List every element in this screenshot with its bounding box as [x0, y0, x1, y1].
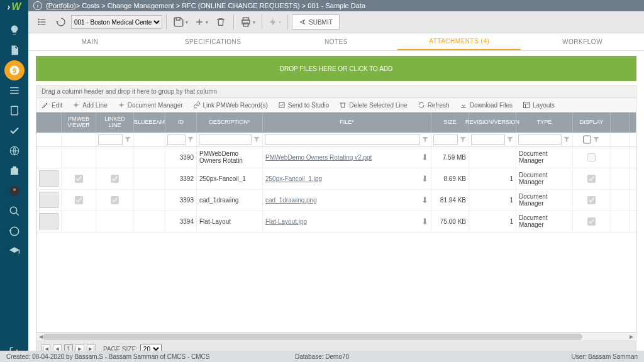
cell-id: 3394: [165, 211, 197, 232]
svg-rect-10: [40, 24, 45, 25]
filter-icon[interactable]: [506, 136, 514, 143]
col-pmweb-viewer[interactable]: PMWEB VIEWER: [62, 112, 96, 133]
filter-icon[interactable]: [187, 136, 194, 143]
add-line-button[interactable]: Add Line: [72, 101, 107, 109]
file-link[interactable]: PMWebDemo Owners Rotating v2.ppt: [265, 154, 372, 161]
filter-description[interactable]: [199, 134, 252, 145]
table-row[interactable]: 3394Flat-LayoutFlat-Layout.jpg⬇75.00 KB1…: [36, 211, 636, 233]
col-type[interactable]: TYPE: [516, 112, 573, 133]
col-revision[interactable]: REVISION/VERSION: [469, 112, 516, 133]
add-button[interactable]: ▾: [192, 13, 211, 31]
download-icon[interactable]: ⬇: [421, 195, 428, 205]
filter-linked[interactable]: [98, 134, 123, 145]
tab-main[interactable]: MAIN: [28, 33, 152, 50]
sidebar-item-ideas[interactable]: [0, 20, 28, 40]
dollar-icon: [9, 65, 20, 76]
bolt-button[interactable]: ▾: [266, 13, 284, 31]
check-icon: [9, 125, 20, 136]
filter-icon[interactable]: [563, 136, 570, 143]
tab-specifications[interactable]: SPECIFICATIONS: [152, 33, 275, 50]
globe-icon: [9, 145, 20, 156]
filter-icon[interactable]: [459, 136, 467, 143]
col-display[interactable]: DISPLAY: [573, 112, 611, 133]
print-button[interactable]: ▾: [238, 13, 258, 31]
filter-file[interactable]: [265, 134, 420, 145]
download-icon[interactable]: ⬇: [421, 153, 428, 162]
delete-line-button[interactable]: Delete Selected Line: [339, 101, 407, 109]
filter-icon[interactable]: [421, 136, 429, 143]
filter-revision[interactable]: [471, 134, 505, 145]
group-by-bar[interactable]: Drag a column header and drop it here to…: [36, 85, 636, 98]
tablet-icon: [9, 105, 20, 116]
bullet-list-icon: [37, 17, 47, 27]
filter-icon[interactable]: [592, 136, 600, 143]
record-selector[interactable]: 001 - Boston Medical Center - Samp: [71, 15, 162, 29]
submit-button[interactable]: SUBMIT: [292, 14, 340, 30]
download-icon: [460, 101, 467, 109]
filter-display[interactable]: [583, 134, 591, 145]
cell-size: 8.69 KB: [431, 168, 469, 189]
edit-button[interactable]: Edit: [42, 101, 62, 109]
sidebar-item-avatar[interactable]: [0, 181, 28, 201]
horizontal-scrollbar[interactable]: ◄ ►: [36, 332, 636, 341]
filter-icon[interactable]: [124, 136, 131, 143]
dropzone[interactable]: DROP FILES HERE OR CLICK TO ADD: [36, 56, 636, 81]
sidebar-item-history[interactable]: [0, 221, 28, 241]
layouts-button[interactable]: Layouts: [523, 101, 555, 109]
refresh-button[interactable]: Refresh: [418, 101, 450, 109]
pmweb-checkbox: [75, 196, 83, 204]
sidebar-item-device[interactable]: [0, 101, 28, 121]
file-link[interactable]: Flat-Layout.jpg: [265, 218, 307, 225]
document-manager-button[interactable]: Document Manager: [118, 101, 183, 109]
download-icon[interactable]: ⬇: [421, 174, 428, 184]
table-row[interactable]: 3390PMWebDemo Owners RotatinPMWebDemo Ow…: [36, 147, 636, 168]
tab-notes[interactable]: NOTES: [275, 33, 398, 50]
filter-type[interactable]: [518, 134, 562, 145]
delete-button[interactable]: [212, 13, 230, 31]
file-link[interactable]: cad_1drawing.png: [265, 197, 317, 204]
save-button[interactable]: ▾: [170, 13, 191, 31]
list-view-button[interactable]: [33, 13, 51, 31]
user-circle-icon: [9, 185, 20, 197]
undo-button[interactable]: [52, 13, 70, 31]
breadcrumb-portfolio[interactable]: (Portfolio): [46, 2, 76, 9]
sidebar: W: [0, 0, 28, 362]
filter-id[interactable]: [167, 134, 186, 145]
send-studio-button[interactable]: Send to Studio: [278, 101, 330, 109]
undo-icon: [56, 17, 66, 27]
graduation-icon: [9, 246, 20, 257]
download-files-button[interactable]: Download Files: [460, 101, 513, 109]
sidebar-item-briefcase[interactable]: [0, 161, 28, 181]
tab-attachments[interactable]: ATTACHMENTS (4): [397, 33, 521, 50]
sidebar-item-costs[interactable]: [4, 60, 25, 80]
sidebar-item-check[interactable]: [0, 121, 28, 141]
cell-description: cad_1drawing: [197, 190, 263, 211]
user-info: User: Bassam Samman: [427, 353, 638, 360]
cell-type: Document Manager: [516, 147, 573, 168]
table-row[interactable]: 3392250px-Fancoil_1250px-Fancoil_1.jpg⬇8…: [36, 168, 636, 190]
col-bluebeam[interactable]: BLUEBEAM: [134, 112, 165, 133]
download-icon[interactable]: ⬇: [421, 217, 428, 226]
link-records-button[interactable]: Link PMWeb Record(s): [193, 101, 268, 109]
thumbnail: [39, 213, 58, 229]
col-size[interactable]: SIZE: [431, 112, 469, 133]
sidebar-item-docs[interactable]: [0, 40, 28, 60]
col-linked-line[interactable]: LINKED LINE: [96, 112, 134, 133]
briefcase-icon: [9, 165, 20, 177]
info-icon[interactable]: i: [33, 1, 42, 10]
filter-size[interactable]: [433, 134, 458, 145]
sidebar-item-search[interactable]: [0, 201, 28, 221]
svg-rect-11: [176, 18, 180, 20]
sidebar-item-globe[interactable]: [0, 141, 28, 161]
col-description[interactable]: DESCRIPTION*: [197, 112, 263, 133]
col-id[interactable]: ID: [165, 112, 197, 133]
tab-workflow[interactable]: WORKFLOW: [521, 33, 644, 50]
sidebar-item-list[interactable]: [0, 80, 28, 101]
sidebar-item-education[interactable]: [0, 241, 28, 261]
col-file[interactable]: FILE*: [263, 112, 431, 133]
file-link[interactable]: 250px-Fancoil_1.jpg: [265, 175, 322, 182]
app-logo[interactable]: W: [3, 1, 26, 13]
filter-icon[interactable]: [253, 136, 260, 143]
breadcrumb: i (Portfolio) > Costs > Change Managemen…: [28, 0, 644, 11]
table-row[interactable]: 3393cad_1drawingcad_1drawing.png⬇81.94 K…: [36, 190, 636, 211]
